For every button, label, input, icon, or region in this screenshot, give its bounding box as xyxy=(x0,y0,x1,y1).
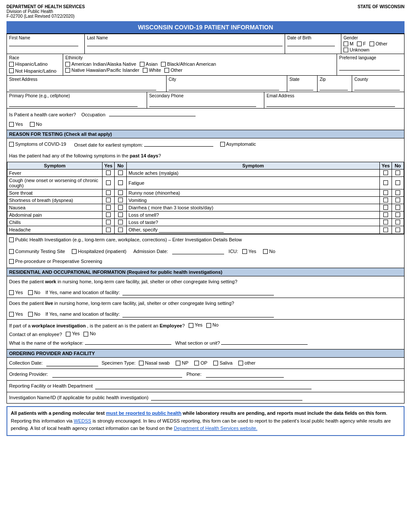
symptom-left-yes[interactable] xyxy=(103,189,115,196)
symptom-left-no[interactable] xyxy=(115,211,127,218)
phone-input[interactable] xyxy=(206,372,284,378)
health-worker-no[interactable]: No xyxy=(30,121,42,128)
symptom-left-yes[interactable] xyxy=(103,218,115,226)
gender-f-checkbox[interactable]: F xyxy=(357,41,366,46)
eth5-checkbox[interactable]: White xyxy=(143,67,161,73)
symptom-right-yes[interactable] xyxy=(380,176,392,189)
symptom-right-no[interactable] xyxy=(392,211,404,218)
symptom-right-no[interactable] xyxy=(392,196,404,204)
health-worker-yes[interactable]: Yes xyxy=(9,121,23,128)
state-name: STATE OF WISCONSIN xyxy=(357,4,405,19)
employee-yes-checkbox[interactable]: Yes xyxy=(189,321,202,329)
hospitalized-checkbox[interactable]: Hospitalized (inpatient) xyxy=(72,248,126,256)
notice-link1[interactable]: must be reported to public health xyxy=(106,410,181,416)
symptom-left-no[interactable] xyxy=(115,176,127,189)
symptom-right-yes[interactable] xyxy=(380,169,392,176)
symptom-right-yes[interactable] xyxy=(380,218,392,226)
collection-date-input[interactable] xyxy=(46,360,98,366)
preferred-lang-input[interactable] xyxy=(339,64,400,71)
icu-yes-checkbox[interactable]: Yes xyxy=(242,248,256,256)
primary-phone-input[interactable] xyxy=(9,101,138,107)
symptom-left-no[interactable] xyxy=(115,204,127,211)
investigation-id-input[interactable] xyxy=(151,394,302,401)
city-input[interactable] xyxy=(169,84,279,90)
symptom-right-yes[interactable] xyxy=(380,189,392,196)
state-input[interactable] xyxy=(289,84,313,90)
notice-link2[interactable]: WEDSS xyxy=(74,418,91,423)
zip-label: Zip xyxy=(320,77,350,82)
pre-procedure-checkbox[interactable]: Pre-procedure or Preoperative Screening xyxy=(9,258,102,266)
symptom-left-yes[interactable] xyxy=(103,196,115,204)
symptom-left-yes[interactable] xyxy=(103,176,115,189)
county-input[interactable] xyxy=(354,84,400,90)
symptoms-covid-checkbox[interactable]: Symptoms of COVID-19 xyxy=(9,141,66,148)
public-health-checkbox[interactable]: Public Health Investigation (e.g., long-… xyxy=(9,236,242,244)
work-yes-checkbox[interactable]: Yes xyxy=(9,289,23,297)
symptom-right-no[interactable] xyxy=(392,176,404,189)
workplace-section-input[interactable] xyxy=(221,339,308,345)
symptom-right-yes[interactable] xyxy=(380,204,392,211)
notice-text1: All patients with a pending molecular te… xyxy=(11,410,106,416)
nasal-swab-checkbox[interactable]: Nasal swab xyxy=(139,359,170,367)
symptom-left-yes[interactable] xyxy=(103,211,115,218)
contact-no-checkbox[interactable]: No xyxy=(83,330,96,338)
notice-link3[interactable]: Department of Health Services website. xyxy=(174,426,257,431)
admission-date-input[interactable] xyxy=(172,248,224,254)
symptom-right-yes[interactable] xyxy=(380,226,392,234)
icu-no-checkbox[interactable]: No xyxy=(263,248,275,256)
gender-unknown-checkbox[interactable]: Unknown xyxy=(344,47,369,52)
gender-other-checkbox[interactable]: Other xyxy=(369,41,388,46)
hispanic-checkbox[interactable]: Hispanic/Latino xyxy=(9,61,48,67)
eth3-checkbox[interactable]: Black/African American xyxy=(161,61,216,67)
eth1-checkbox[interactable]: American Indian/Alaska Native xyxy=(65,61,136,67)
live-facility-input[interactable] xyxy=(122,311,274,317)
symptom-left-no[interactable] xyxy=(115,169,127,176)
symptom-left-label: Cough (new onset or worsening of chronic… xyxy=(7,176,103,189)
other-checkbox[interactable]: other xyxy=(238,359,255,367)
onset-input[interactable] xyxy=(144,141,213,147)
reporting-input[interactable] xyxy=(95,383,311,389)
workplace-name-input[interactable] xyxy=(85,339,171,345)
zip-input[interactable] xyxy=(320,84,348,90)
symptom-left-no[interactable] xyxy=(115,196,127,204)
last-name-input[interactable] xyxy=(87,40,283,46)
symptom-left-yes[interactable] xyxy=(103,226,115,234)
secondary-phone-input[interactable] xyxy=(149,101,257,107)
eth4-checkbox[interactable]: Native Hawaiian/Pacific Islander xyxy=(65,67,139,73)
np-checkbox[interactable]: NP xyxy=(176,359,188,367)
symptom-left-no[interactable] xyxy=(115,189,127,196)
ordering-provider-input[interactable] xyxy=(52,372,182,378)
eth6-checkbox[interactable]: Other xyxy=(164,67,183,73)
live-no-checkbox[interactable]: No xyxy=(28,311,40,318)
gender-m-checkbox[interactable]: M xyxy=(344,41,353,46)
email-input[interactable] xyxy=(267,101,395,107)
symptom-left-no[interactable] xyxy=(115,226,127,234)
symptom-right-no[interactable] xyxy=(392,218,404,226)
symptom-right-no[interactable] xyxy=(392,226,404,234)
live-yes-checkbox[interactable]: Yes xyxy=(9,311,23,318)
street-input[interactable] xyxy=(9,84,156,90)
work-facility-input[interactable] xyxy=(122,289,274,295)
occupation-input[interactable] xyxy=(109,110,196,116)
community-testing-checkbox[interactable]: Community Testing Site xyxy=(9,248,65,256)
first-name-input[interactable] xyxy=(9,40,78,46)
symptom-right-no[interactable] xyxy=(392,169,404,176)
eth2-checkbox[interactable]: Asian xyxy=(140,61,158,67)
symptom-right-yes[interactable] xyxy=(380,211,392,218)
symptom-right-yes[interactable] xyxy=(380,196,392,204)
employee-no-checkbox[interactable]: No xyxy=(206,321,218,329)
symptom-left-yes[interactable] xyxy=(103,169,115,176)
asymptomatic-checkbox[interactable]: Asymptomatic xyxy=(220,141,256,148)
saliva-checkbox[interactable]: Saliva xyxy=(213,359,232,367)
symptom-right-no[interactable] xyxy=(392,204,404,211)
last-name-label: Last Name xyxy=(87,35,283,40)
symptom-right-no[interactable] xyxy=(392,189,404,196)
work-no-checkbox[interactable]: No xyxy=(28,289,40,297)
op-checkbox[interactable]: OP xyxy=(194,359,207,367)
contact-yes-checkbox[interactable]: Yes xyxy=(66,330,80,338)
symptom-right-label: Vomiting xyxy=(127,196,380,204)
dob-input[interactable] xyxy=(287,40,335,46)
not-hispanic-checkbox[interactable]: Not Hispanic/Latino xyxy=(9,68,56,74)
symptom-left-yes[interactable] xyxy=(103,204,115,211)
symptom-left-no[interactable] xyxy=(115,218,127,226)
